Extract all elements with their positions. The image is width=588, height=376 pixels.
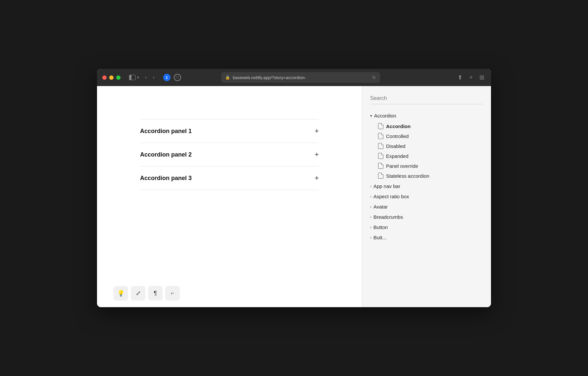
doc-icon [378,153,383,159]
shield-extension-icon[interactable]: 🛡 [174,74,181,81]
lock-icon: 🔒 [225,75,230,80]
tab-overview-button[interactable]: ⊞ [478,72,486,82]
minimize-button[interactable] [109,75,114,80]
nav-group-header-accordion[interactable]: ▾ Accordion [368,111,486,120]
title-bar: ▾ ‹ › 1 🛡 🔒 baseweb.netlify.app/?story=a… [97,69,491,86]
accordion-expand-icon-2: + [315,150,319,159]
sidebar-toggle[interactable]: ▾ [127,73,141,81]
nav-group-header-breadcrumbs[interactable]: › Breadcrumbs [368,212,486,222]
nav-item-label-stateless: Stateless accordion [386,173,429,179]
reload-button[interactable]: ↻ [372,75,376,80]
main-content: Accordion panel 1 + Accordion panel 2 + … [97,86,491,307]
nav-item-expanded[interactable]: Expanded [375,151,486,161]
sidebar-icon [129,75,136,80]
doc-icon [378,163,383,169]
nav-group-label-breadcrumbs: Breadcrumbs [373,214,403,220]
forward-button[interactable]: › [151,73,156,82]
1password-extension-icon[interactable]: 1 [163,74,171,81]
browser-toolbar-right: ⬆ + ⊞ [456,72,486,82]
doc-icon [378,143,383,149]
nav-group-button2: › Butt... [368,233,486,242]
url-bar[interactable]: 🔒 baseweb.netlify.app/?story=accordion- … [221,72,380,83]
accordion-expand-icon-1: + [315,127,319,135]
accordion-expand-icon-3: + [315,174,319,182]
accordion-label-1: Accordion panel 1 [140,128,192,135]
nav-items-accordion: Accordion Controlled Disabled Expan [368,121,486,181]
accordion-item-3[interactable]: Accordion panel 3 + [140,166,319,190]
doc-icon [378,123,383,129]
nav-group-header-aspectratiobox[interactable]: › Aspect ratio box [368,192,486,201]
nav-item-accordion[interactable]: Accordion [375,121,486,131]
doc-icon [378,173,383,179]
nav-group-appnavbar: › App nav bar [368,181,486,191]
fullscreen-toggle-button[interactable]: ⤢ [131,286,145,301]
nav-group-breadcrumbs: › Breadcrumbs [368,212,486,222]
nav-group-header-button[interactable]: › Button [368,222,486,232]
nav-item-controlled[interactable]: Controlled [375,131,486,141]
accordion-label-2: Accordion panel 2 [140,151,192,158]
new-tab-button[interactable]: + [468,73,474,82]
share-button[interactable]: ⬆ [456,72,464,82]
nav-tree: ▾ Accordion Accordion Controlled [362,110,491,244]
search-container [362,93,491,110]
accordion-item-2[interactable]: Accordion panel 2 + [140,143,319,166]
chevron-right-icon: › [370,205,371,209]
chevron-right-icon: › [370,194,371,199]
accordion-label-3: Accordion panel 3 [140,175,192,182]
traffic-lights [102,75,121,80]
chevron-right-icon: › [370,235,371,240]
bottom-toolbar: 💡 ⤢ ¶ ⌐ [114,286,180,301]
accordion-item-1[interactable]: Accordion panel 1 + [140,119,319,143]
search-input[interactable] [370,93,483,104]
back-button[interactable]: ‹ [143,73,149,82]
chevron-down-icon: ▾ [370,114,372,118]
nav-group-header-button2[interactable]: › Butt... [368,233,486,242]
nav-group-label-button: Button [373,224,388,230]
close-button[interactable] [102,75,107,80]
chevron-right-icon: › [370,215,371,219]
nav-item-disabled[interactable]: Disabled [375,141,486,151]
nav-item-panel-override[interactable]: Panel override [375,161,486,171]
nav-item-label-expanded: Expanded [386,153,409,159]
nav-group-aspectratiobox: › Aspect ratio box [368,192,486,201]
nav-group-header-avatar[interactable]: › Avatar [368,202,486,212]
nav-item-label-panel-override: Panel override [386,163,418,169]
nav-group-label-aspectratiobox: Aspect ratio box [373,194,409,199]
right-panel: ▾ Accordion Accordion Controlled [362,86,491,307]
nav-item-label-accordion: Accordion [386,123,411,129]
hook-toggle-button[interactable]: ⌐ [165,286,180,301]
nav-group-label-accordion: Accordion [374,113,396,118]
nav-group-label-button2: Butt... [373,235,386,240]
nav-group-header-appnavbar[interactable]: › App nav bar [368,181,486,191]
theme-toggle-button[interactable]: 💡 [114,286,128,301]
rtl-toggle-button[interactable]: ¶ [148,286,163,301]
nav-group-label-avatar: Avatar [373,204,388,210]
nav-group-avatar: › Avatar [368,202,486,212]
left-panel: Accordion panel 1 + Accordion panel 2 + … [97,86,362,307]
nav-item-label-controlled: Controlled [386,133,409,139]
nav-item-label-disabled: Disabled [386,143,405,149]
browser-window: ▾ ‹ › 1 🛡 🔒 baseweb.netlify.app/?story=a… [97,69,491,307]
nav-group-label-appnavbar: App nav bar [373,183,400,189]
chevron-right-icon: › [370,225,371,230]
accordion-container: Accordion panel 1 + Accordion panel 2 + … [140,119,319,190]
url-text: baseweb.netlify.app/?story=accordion- [233,75,369,80]
nav-item-stateless[interactable]: Stateless accordion [375,171,486,181]
doc-icon [378,133,383,139]
chevron-right-icon: › [370,184,371,189]
nav-controls: ▾ ‹ › [127,73,157,82]
nav-group-button: › Button [368,222,486,232]
nav-group-accordion: ▾ Accordion Accordion Controlled [368,111,486,181]
maximize-button[interactable] [116,75,121,80]
